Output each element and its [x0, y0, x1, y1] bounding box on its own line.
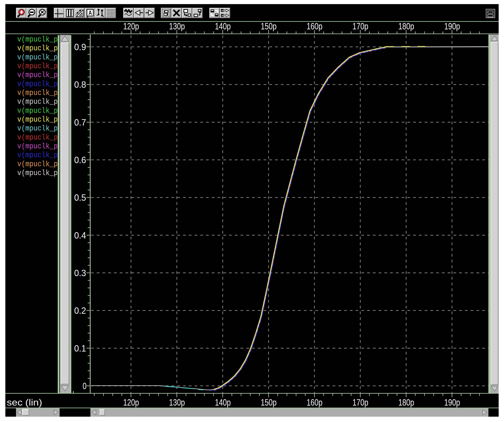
- svg-text:170p: 170p: [353, 21, 368, 31]
- svg-text:160p: 160p: [306, 397, 322, 408]
- svg-text:130p: 130p: [169, 21, 185, 31]
- svg-text:0.8: 0.8: [74, 79, 86, 90]
- svg-text:v(mpuclk_p: v(mpuclk_p: [17, 169, 58, 177]
- svg-text:120p: 120p: [123, 21, 139, 31]
- svg-text:0: 0: [83, 381, 86, 391]
- svg-text:v(mpuclk_p: v(mpuclk_p: [17, 53, 58, 62]
- svg-text:170p: 170p: [353, 397, 368, 408]
- svg-text:0.5: 0.5: [74, 192, 86, 203]
- svg-text:v(mpuclk_p: v(mpuclk_p: [17, 107, 58, 115]
- svg-text:140p: 140p: [215, 397, 231, 408]
- svg-text:v(mpuclk_p: v(mpuclk_p: [17, 133, 58, 142]
- svg-text:v(mpuclk_p: v(mpuclk_p: [17, 71, 58, 79]
- svg-text:190p: 190p: [444, 21, 460, 31]
- svg-text:v(mpuclk_p: v(mpuclk_p: [17, 142, 58, 151]
- svg-text:v(mpuclk_p: v(mpuclk_p: [17, 80, 58, 88]
- svg-text:v(mpuclk_p: v(mpuclk_p: [17, 151, 58, 159]
- svg-text:160p: 160p: [306, 21, 322, 31]
- svg-text:v(mpuclk_p: v(mpuclk_p: [17, 89, 58, 97]
- svg-text:180p: 180p: [398, 21, 414, 31]
- svg-text:sec (lin): sec (lin): [7, 397, 42, 408]
- svg-text:0.9: 0.9: [74, 42, 86, 52]
- svg-text:130p: 130p: [169, 397, 185, 408]
- svg-text:0.6: 0.6: [74, 155, 86, 165]
- svg-text:0.4: 0.4: [74, 230, 86, 241]
- svg-text:v(mpuclk_p: v(mpuclk_p: [17, 124, 58, 133]
- svg-text:140p: 140p: [215, 21, 231, 31]
- svg-text:120p: 120p: [123, 397, 139, 408]
- svg-text:v(mpuclk_p: v(mpuclk_p: [17, 98, 58, 106]
- svg-text:0.7: 0.7: [74, 117, 86, 128]
- svg-text:v(mpuclk_p: v(mpuclk_p: [17, 160, 58, 169]
- svg-text:0.3: 0.3: [74, 268, 86, 278]
- svg-text:150p: 150p: [261, 21, 276, 31]
- svg-text:v(mpuclk_p: v(mpuclk_p: [17, 115, 58, 124]
- svg-text:150p: 150p: [261, 397, 276, 408]
- svg-text:v(mpuclk_p: v(mpuclk_p: [17, 62, 58, 71]
- svg-text:0.2: 0.2: [74, 305, 86, 316]
- svg-text:v(mpuclk_p: v(mpuclk_p: [17, 35, 58, 44]
- svg-text:v(mpuclk_p: v(mpuclk_p: [17, 44, 58, 53]
- svg-text:180p: 180p: [398, 397, 414, 408]
- svg-text:0.1: 0.1: [74, 343, 86, 354]
- svg-text:190p: 190p: [444, 397, 460, 408]
